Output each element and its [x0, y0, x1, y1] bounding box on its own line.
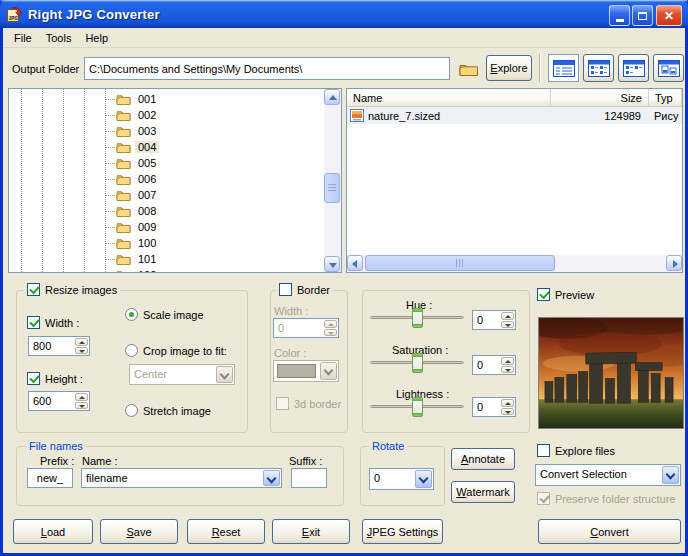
scroll-left-button[interactable] — [347, 255, 363, 271]
explore-button[interactable]: Explore — [486, 55, 532, 81]
title-bar[interactable]: JPG Right JPG Converter ✕ — [0, 0, 688, 28]
save-button[interactable]: Save — [100, 519, 178, 544]
width-down-button[interactable] — [75, 347, 88, 355]
hue-down-button[interactable] — [501, 321, 514, 329]
file-list-row[interactable]: nature_7.sized124989Рису — [347, 107, 682, 124]
reset-button[interactable]: Reset — [187, 519, 265, 544]
scale-image-radio[interactable] — [125, 308, 138, 321]
watermark-button[interactable]: Watermark — [451, 481, 515, 503]
saturation-up-button[interactable] — [501, 357, 514, 365]
width-up-button[interactable] — [75, 338, 88, 346]
lightness-up-button[interactable] — [501, 399, 514, 407]
tree-folder-item[interactable]: 003 — [9, 123, 323, 139]
tree-folder-item[interactable]: 001 — [9, 91, 323, 107]
view-list-button[interactable] — [618, 54, 649, 82]
height-checkbox[interactable] — [27, 372, 40, 385]
tree-folder-label[interactable]: 007 — [135, 189, 159, 201]
lightness-spinner[interactable]: 0 — [472, 397, 516, 417]
menu-tools[interactable]: Tools — [39, 30, 79, 46]
view-details-button[interactable] — [548, 54, 579, 82]
tree-folder-label[interactable]: 009 — [135, 221, 159, 233]
height-spinner[interactable]: 600 — [28, 391, 90, 411]
maximize-button[interactable] — [632, 5, 653, 26]
tree-folder-label[interactable]: 101 — [135, 253, 159, 265]
scroll-down-button[interactable] — [324, 256, 340, 272]
tree-vertical-scrollbar[interactable] — [324, 89, 341, 272]
slider-thumb[interactable] — [412, 353, 423, 373]
convert-mode-combobox[interactable]: Convert Selection — [535, 464, 681, 486]
tree-folder-item[interactable]: 100 — [9, 235, 323, 251]
chevron-down-icon[interactable] — [263, 470, 280, 486]
tree-folder-item[interactable]: 006 — [9, 171, 323, 187]
crop-image-radio[interactable] — [125, 344, 138, 357]
scrollbar-thumb[interactable] — [324, 173, 340, 203]
tree-folder-item[interactable]: 009 — [9, 219, 323, 235]
saturation-slider[interactable] — [370, 353, 464, 373]
hue-up-button[interactable] — [501, 312, 514, 320]
slider-thumb[interactable] — [412, 308, 423, 328]
chevron-down-icon[interactable] — [415, 470, 432, 488]
resize-images-checkbox[interactable] — [27, 283, 40, 296]
hue-spinner[interactable]: 0 — [472, 310, 516, 330]
close-button[interactable]: ✕ — [656, 5, 682, 26]
column-header-type[interactable]: Typ — [649, 89, 682, 107]
tree-folder-item[interactable]: 002 — [9, 107, 323, 123]
tree-folder-label[interactable]: 002 — [135, 109, 159, 121]
tree-folder-label[interactable]: 100 — [135, 237, 159, 249]
hue-slider[interactable] — [370, 308, 464, 328]
minimize-button[interactable] — [609, 5, 630, 26]
menu-file[interactable]: File — [7, 30, 39, 46]
lightness-slider[interactable] — [370, 397, 464, 417]
scrollbar-thumb[interactable] — [365, 255, 555, 271]
tree-folder-label[interactable]: 003 — [135, 125, 159, 137]
tree-folder-item[interactable]: 101 — [9, 251, 323, 267]
load-button[interactable]: Load — [13, 519, 93, 544]
list-horizontal-scrollbar[interactable] — [347, 255, 682, 272]
name-combobox[interactable]: filename — [81, 468, 282, 488]
view-small-icons-button[interactable] — [583, 54, 614, 82]
menu-help[interactable]: Help — [78, 30, 115, 46]
width-value[interactable]: 800 — [29, 337, 74, 355]
hue-value[interactable]: 0 — [473, 311, 500, 329]
lightness-down-button[interactable] — [501, 408, 514, 416]
tree-folder-item[interactable]: 102 — [9, 267, 323, 273]
tree-folder-label[interactable]: 001 — [135, 93, 159, 105]
tree-folder-label[interactable]: 102 — [135, 269, 159, 273]
tree-folder-label[interactable]: 006 — [135, 173, 159, 185]
tree-folder-item[interactable]: 007 — [9, 187, 323, 203]
scroll-up-button[interactable] — [324, 89, 340, 105]
width-checkbox[interactable] — [27, 316, 40, 329]
tree-folder-item[interactable]: 004 — [9, 139, 323, 155]
slider-thumb[interactable] — [412, 397, 423, 417]
annotate-button[interactable]: Annotate — [451, 448, 515, 470]
file-name-cell[interactable]: nature_7.sized — [347, 109, 551, 122]
scroll-right-button[interactable] — [666, 255, 682, 271]
height-down-button[interactable] — [75, 402, 88, 410]
tree-folder-item[interactable]: 005 — [9, 155, 323, 171]
explore-files-checkbox[interactable] — [537, 444, 550, 457]
height-value[interactable]: 600 — [29, 392, 74, 410]
chevron-down-icon[interactable] — [216, 366, 233, 383]
saturation-spinner[interactable]: 0 — [472, 355, 516, 375]
prefix-input[interactable]: new_ — [27, 468, 73, 488]
exit-button[interactable]: Exit — [272, 519, 350, 544]
chevron-down-icon[interactable] — [662, 466, 679, 484]
suffix-input[interactable] — [291, 468, 327, 488]
tree-folder-label[interactable]: 005 — [135, 157, 159, 169]
tree-folder-label[interactable]: 004 — [135, 141, 159, 153]
saturation-value[interactable]: 0 — [473, 356, 500, 374]
tree-folder-label[interactable]: 008 — [135, 205, 159, 217]
tree-folder-item[interactable]: 008 — [9, 203, 323, 219]
jpeg-settings-button[interactable]: JPEG Settings — [362, 519, 443, 544]
column-header-size[interactable]: Size — [551, 89, 649, 107]
height-up-button[interactable] — [75, 393, 88, 401]
browse-folder-button[interactable] — [455, 56, 482, 81]
saturation-down-button[interactable] — [501, 366, 514, 374]
border-checkbox[interactable] — [279, 283, 292, 296]
rotate-combobox[interactable]: 0 — [369, 468, 434, 490]
lightness-value[interactable]: 0 — [473, 398, 500, 416]
preview-checkbox[interactable] — [537, 288, 550, 301]
convert-button[interactable]: Convert — [538, 519, 681, 544]
output-folder-input[interactable]: C:\Documents and Settings\My Documents\ — [84, 57, 450, 80]
width-spinner[interactable]: 800 — [28, 336, 90, 356]
